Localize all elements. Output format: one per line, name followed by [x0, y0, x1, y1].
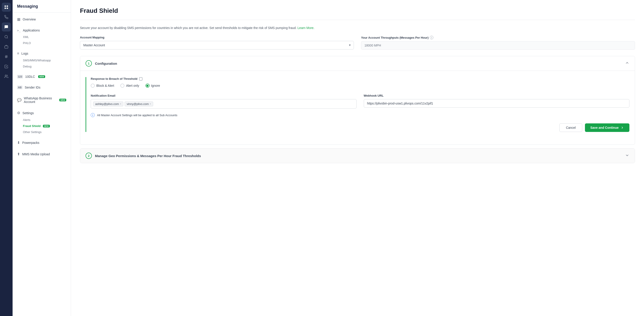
- sidebar-item-applications-label: Applications: [23, 29, 40, 32]
- svg-point-4: [5, 35, 8, 38]
- webhook-url-input[interactable]: [364, 99, 630, 108]
- mms-icon: ⬆: [17, 152, 20, 156]
- grid-nav-icon[interactable]: [2, 3, 11, 12]
- throughput-label: Your Account Throughputs (Messages Per H…: [361, 36, 635, 39]
- sidebar-section-applications: >_ Applications XML PHLO: [12, 24, 71, 47]
- info-notice: i All Master Account Settings will be ap…: [91, 113, 630, 117]
- svg-rect-1: [7, 6, 8, 7]
- section-1-header[interactable]: 1 Configuration: [80, 56, 635, 71]
- sidebar-item-10dlc-label: 10DLC: [25, 75, 35, 79]
- response-checkbox-icon: [139, 77, 142, 81]
- 10dlc-icon: 123: [17, 75, 23, 79]
- sidebar-sub-item-phlo[interactable]: PHLO: [12, 40, 71, 46]
- sidebar-section-settings: ⚙ Settings Alerts Fraud Shield NEW Other…: [12, 106, 71, 136]
- svg-rect-6: [5, 46, 8, 48]
- page-title: Fraud Shield: [80, 7, 635, 14]
- tag-input-wrapper[interactable]: ashley@plivo.com × vinny@plivo.com ×: [91, 99, 356, 109]
- throughput-value: 18000 MPH: [361, 41, 635, 50]
- section-2-header[interactable]: 2 Manage Geo Permissions & Messages Per …: [80, 149, 635, 163]
- section-2-title: Manage Geo Permissions & Messages Per Ho…: [95, 154, 201, 158]
- sidebar-section-sender-ids: AB Sender IDs: [12, 81, 71, 92]
- radio-alert-only[interactable]: Alert only: [120, 84, 139, 88]
- sidebar-item-settings-label: Settings: [22, 111, 34, 115]
- notification-email-label: Notification Email: [91, 94, 356, 97]
- throughput-info-icon[interactable]: i: [430, 36, 434, 39]
- section-1-header-left: 1 Configuration: [86, 60, 117, 67]
- svg-rect-2: [5, 8, 6, 9]
- section-2-toggle-icon[interactable]: [625, 153, 630, 159]
- sidebar-item-whatsapp[interactable]: 💬 WhatsApp Business Account NEW: [12, 95, 71, 105]
- radio-block-alert[interactable]: Block & Alert: [91, 84, 114, 88]
- sidebar-item-mms[interactable]: ⬆ MMS Media Upload: [12, 150, 71, 158]
- sidebar-sub-item-xml[interactable]: XML: [12, 34, 71, 40]
- section-2-card: 2 Manage Geo Permissions & Messages Per …: [80, 148, 635, 163]
- section-2-header-left: 2 Manage Geo Permissions & Messages Per …: [86, 153, 201, 159]
- email-tag-2: vinny@plivo.com ×: [124, 102, 153, 106]
- sidebar-item-10dlc[interactable]: 123 10DLC NEW: [12, 73, 71, 80]
- sidebar-sub-item-debug[interactable]: Debug: [12, 63, 71, 70]
- sidebar-item-settings[interactable]: ⚙ Settings: [12, 109, 71, 117]
- whatsapp-icon: 💬: [17, 98, 22, 102]
- numbers-icon[interactable]: [2, 52, 11, 61]
- sidebar-item-overview-label: Overview: [23, 18, 36, 21]
- sidebar-sub-item-alerts[interactable]: Alerts: [12, 117, 71, 123]
- section-1-toggle-icon[interactable]: [625, 61, 630, 66]
- account-mapping-select[interactable]: Master Account Sub Account 1 Sub Account…: [80, 41, 354, 50]
- webhook-url-field: Webhook URL: [364, 94, 630, 109]
- sidebar-section-10dlc: 123 10DLC NEW: [12, 70, 71, 81]
- email-tag-2-text: vinny@plivo.com: [127, 102, 149, 106]
- main-content: Fraud Shield Secure your account by disa…: [71, 0, 644, 316]
- email-tag-2-close[interactable]: ×: [150, 103, 151, 105]
- email-tag-1: ashley@plivo.com ×: [93, 102, 123, 106]
- sip-nav-icon[interactable]: [2, 42, 11, 51]
- voice-icon[interactable]: [2, 13, 11, 22]
- sidebar-item-whatsapp-label: WhatsApp Business Account: [24, 96, 56, 104]
- svg-rect-3: [7, 8, 8, 9]
- sidebar-item-powerpacks[interactable]: ⬇ Powerpacks: [12, 139, 71, 147]
- sidebar-section-logs: ≡ Logs SMS/MMS/Whatsapp Debug: [12, 47, 71, 70]
- settings-icon: ⚙: [17, 111, 20, 115]
- save-continue-label: Save and Continue: [590, 126, 619, 129]
- account-mapping-row: Account Mapping Master Account Sub Accou…: [80, 36, 635, 50]
- learn-more-link[interactable]: Learn More.: [298, 26, 314, 30]
- radio-group: Block & Alert Alert only Ignore: [91, 84, 630, 88]
- notification-email-field: Notification Email ashley@plivo.com × vi…: [91, 94, 356, 109]
- sidebar-sub-item-sms[interactable]: SMS/MMS/Whatsapp: [12, 57, 71, 63]
- account-mapping-label: Account Mapping: [80, 36, 354, 39]
- section-1-card: 1 Configuration Response to Breach of Th…: [80, 56, 635, 145]
- throughput-field: Your Account Throughputs (Messages Per H…: [361, 36, 635, 50]
- icon-rail: [0, 0, 12, 316]
- sidebar-item-sender-ids[interactable]: AB Sender IDs: [12, 84, 71, 91]
- response-label: Response to Breach of Threshold: [91, 77, 630, 81]
- sidebar-section-overview: ▦ Overview: [12, 13, 71, 24]
- sidebar-item-powerpacks-label: Powerpacks: [22, 141, 39, 145]
- section-1-number: 1: [86, 60, 92, 67]
- applications-icon: >_: [17, 29, 21, 32]
- radio-circle-alert-only: [120, 84, 124, 88]
- two-col-fields: Notification Email ashley@plivo.com × vi…: [91, 94, 630, 109]
- svg-line-9: [6, 55, 6, 58]
- radio-block-alert-label: Block & Alert: [96, 84, 114, 87]
- email-tag-input[interactable]: [154, 102, 354, 106]
- sender-ids-icon: AB: [17, 86, 22, 89]
- page-description: Secure your account by disabling SMS per…: [80, 26, 635, 30]
- radio-ignore-label: Ignore: [151, 84, 160, 87]
- info-notice-text: All Master Account Settings will be appl…: [97, 114, 178, 117]
- lookup-icon[interactable]: [2, 32, 11, 41]
- sidebar-item-logs-label: Logs: [21, 52, 28, 55]
- sidebar-sub-item-fraud-shield[interactable]: Fraud Shield NEW: [12, 123, 71, 129]
- sidebar-item-logs[interactable]: ≡ Logs: [12, 50, 71, 57]
- save-continue-button[interactable]: Save and Continue: [585, 123, 630, 132]
- svg-point-11: [5, 75, 6, 76]
- email-tag-1-close[interactable]: ×: [120, 103, 121, 105]
- radio-circle-ignore: [146, 84, 150, 88]
- sidebar-item-applications[interactable]: >_ Applications: [12, 27, 71, 34]
- contacts-icon[interactable]: [2, 72, 11, 81]
- sidebar-sub-item-other-settings[interactable]: Other Settings: [12, 129, 71, 135]
- messaging-icon[interactable]: [2, 23, 11, 32]
- sidebar: Messaging ▦ Overview >_ Applications XML…: [12, 0, 71, 316]
- radio-ignore[interactable]: Ignore: [146, 84, 160, 88]
- cancel-button[interactable]: Cancel: [559, 123, 582, 132]
- sidebar-item-overview[interactable]: ▦ Overview: [12, 15, 71, 23]
- verify-icon[interactable]: [2, 62, 11, 71]
